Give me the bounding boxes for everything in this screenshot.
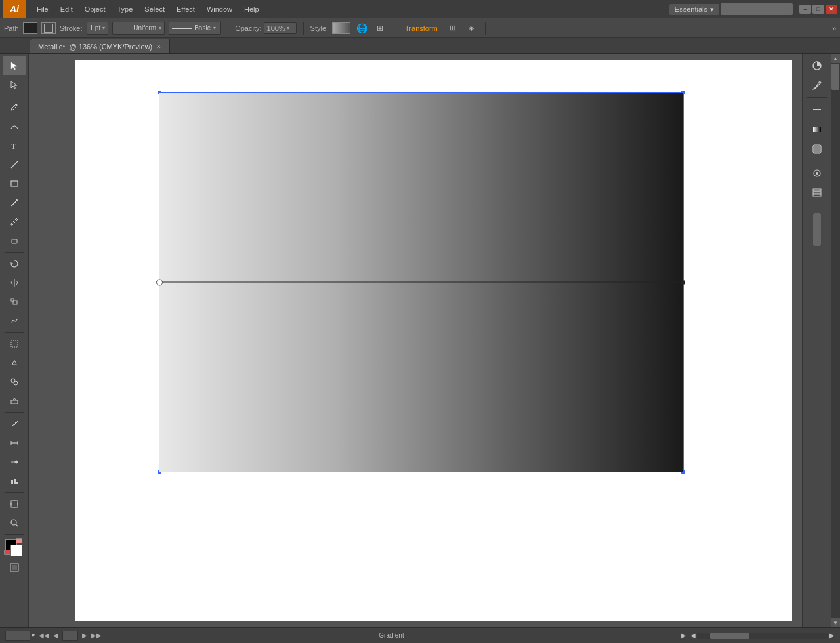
warp-tool[interactable]: [3, 312, 26, 330]
tab-bar: Metallic* @ 136% (CMYK/Preview) ✕: [0, 38, 840, 54]
fill-swatch[interactable]: [23, 22, 37, 34]
style-swatch[interactable]: [332, 22, 350, 34]
svg-rect-3: [11, 181, 18, 186]
transform-button[interactable]: Transform: [401, 23, 442, 33]
expand-options-button[interactable]: »: [832, 24, 836, 32]
direct-selection-tool[interactable]: [3, 75, 26, 94]
separator-2: [303, 22, 304, 35]
menu-effect[interactable]: Effect: [171, 3, 200, 15]
vertical-scrollbar[interactable]: ▲ ▼: [831, 54, 840, 627]
pen-tool[interactable]: [3, 98, 26, 117]
scroll-up-arrow[interactable]: ▲: [831, 54, 840, 63]
stroke-type-select[interactable]: Uniform ▾: [112, 22, 165, 35]
svg-rect-4: [12, 239, 17, 243]
page-input[interactable]: 1: [62, 631, 78, 641]
selection-tool[interactable]: [3, 56, 26, 75]
nav-next-icon[interactable]: ▶▶: [91, 632, 102, 639]
reflect-tool[interactable]: [3, 274, 26, 292]
document-tab[interactable]: Metallic* @ 136% (CMYK/Preview) ✕: [30, 39, 170, 53]
gradient-panel-button[interactable]: [805, 120, 829, 138]
menu-select[interactable]: Select: [139, 3, 170, 15]
nav-prev-icon[interactable]: ◀◀: [39, 632, 49, 639]
type-tool[interactable]: T: [3, 136, 26, 155]
scale-tool[interactable]: [3, 293, 26, 311]
svg-rect-22: [11, 501, 18, 507]
svg-rect-8: [11, 341, 18, 347]
appearance-panel-button[interactable]: [805, 140, 829, 158]
arrange-icon[interactable]: ◈: [464, 21, 478, 35]
pencil-tool[interactable]: [3, 213, 26, 231]
menu-edit[interactable]: Edit: [55, 3, 78, 15]
menu-window[interactable]: Window: [201, 3, 238, 15]
globe-icon[interactable]: 🌐: [354, 21, 369, 35]
align-icon[interactable]: ⊞: [446, 21, 460, 35]
gradient-handle-right[interactable]: [681, 280, 685, 284]
perspective-tool[interactable]: [3, 354, 26, 372]
blend-tool[interactable]: [3, 453, 26, 471]
artwork-border: [159, 92, 684, 472]
toolbar-separator-1: [5, 96, 24, 96]
paintbrush-tool[interactable]: [3, 194, 26, 212]
essentials-button[interactable]: Essentials ▾: [669, 4, 719, 15]
hscroll-right-icon[interactable]: ▶: [830, 632, 835, 639]
svg-rect-11: [11, 400, 18, 404]
right-scrollbar-thumb[interactable]: [813, 213, 821, 246]
menu-object[interactable]: Object: [79, 3, 111, 15]
menu-help[interactable]: Help: [239, 3, 264, 15]
close-button[interactable]: ✕: [826, 5, 837, 14]
rotate-tool[interactable]: [3, 255, 26, 273]
stroke-style-label: Basic: [194, 24, 210, 31]
stroke-panel-button[interactable]: [805, 100, 829, 119]
stroke-type-arrow-icon: ▾: [159, 25, 161, 31]
zoom-tool[interactable]: [3, 514, 26, 532]
line-tool[interactable]: [3, 156, 26, 174]
color-panel-button[interactable]: [805, 56, 829, 75]
rectangle-tool[interactable]: [3, 175, 26, 193]
toolbar-separator-2: [5, 252, 24, 253]
maximize-button[interactable]: □: [812, 5, 824, 14]
eyedropper-tool[interactable]: [3, 415, 26, 433]
live-paint-tool[interactable]: [3, 392, 26, 410]
menu-type[interactable]: Type: [112, 3, 138, 15]
search-input[interactable]: [721, 3, 793, 15]
hscroll-track[interactable]: [697, 633, 828, 639]
color-swatches[interactable]: [4, 538, 25, 556]
stroke-swatch[interactable]: [41, 22, 56, 34]
separator-3: [394, 22, 394, 35]
grid-icon[interactable]: ⊞: [373, 21, 387, 35]
layers-panel-button[interactable]: [805, 184, 829, 202]
nav-forward-icon[interactable]: ▶: [82, 632, 87, 639]
zoom-input[interactable]: 136%: [5, 631, 30, 641]
free-transform-tool[interactable]: [3, 335, 26, 353]
right-separator-3: [807, 205, 827, 205]
menu-file[interactable]: File: [32, 3, 54, 15]
scroll-thumb[interactable]: [831, 64, 839, 90]
hscroll-left-icon[interactable]: ◀: [690, 632, 696, 639]
stroke-width-select[interactable]: 1 pt ▾: [87, 22, 109, 35]
shape-builder-tool[interactable]: [3, 373, 26, 391]
nav-back-icon[interactable]: ◀: [53, 632, 58, 639]
eraser-tool[interactable]: [3, 232, 26, 250]
hscroll-thumb[interactable]: [710, 633, 749, 639]
stroke-type-label: Uniform: [133, 24, 156, 31]
tab-close-icon[interactable]: ✕: [156, 43, 161, 50]
scroll-track[interactable]: [831, 63, 840, 618]
curvature-tool[interactable]: [3, 117, 26, 136]
artboard-tool[interactable]: [3, 495, 26, 513]
status-bar: 136% ▾ ◀◀ ◀ 1 ▶ ▶▶ Gradient ▶ ◀ ▶: [0, 627, 840, 643]
opacity-select[interactable]: 100% ▾: [264, 22, 297, 34]
opacity-control: Opacity: 100% ▾: [235, 22, 296, 34]
column-graph-tool[interactable]: [3, 472, 26, 490]
measure-tool[interactable]: [3, 434, 26, 452]
status-arrow-icon[interactable]: ▶: [681, 632, 686, 639]
canvas-background: [75, 60, 792, 621]
symbols-panel-button[interactable]: [805, 164, 829, 182]
stroke-style-select[interactable]: Basic ▾: [169, 22, 221, 35]
scroll-down-arrow[interactable]: ▼: [831, 618, 840, 627]
brush-panel-button[interactable]: [805, 76, 829, 94]
minimize-button[interactable]: –: [799, 5, 811, 14]
separator-1: [228, 22, 228, 35]
change-screen-mode-button[interactable]: [3, 558, 26, 577]
gradient-handle-left[interactable]: [156, 279, 163, 285]
essentials-label: Essentials: [675, 5, 707, 13]
